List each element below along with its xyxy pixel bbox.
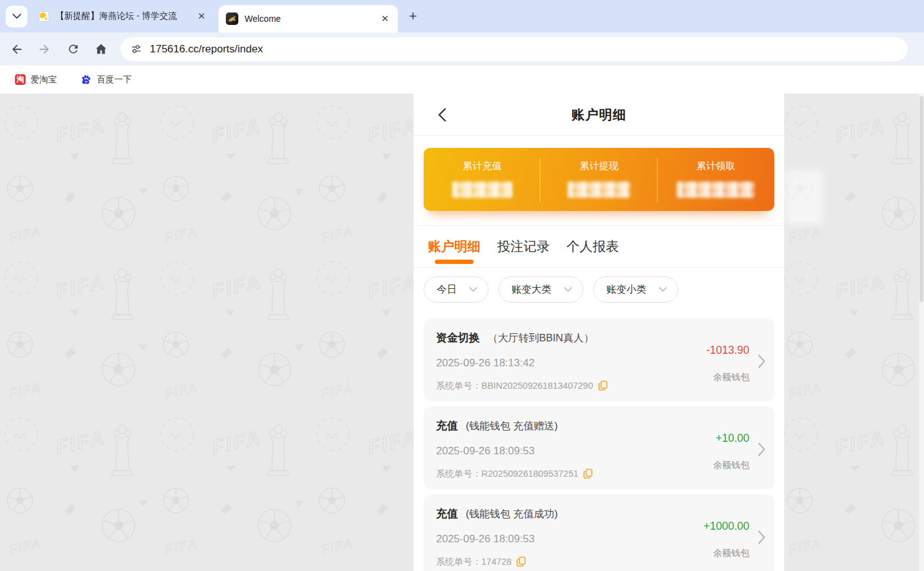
tab-close-icon[interactable]: ✕	[379, 13, 391, 24]
transaction-amount: -1013.90	[667, 343, 749, 358]
bookmark-label: 爱淘宝	[31, 74, 57, 85]
browser-toolbar: 175616.cc/reports/index	[0, 32, 924, 66]
arrow-right-icon	[37, 42, 51, 56]
transaction-row[interactable]: 资金切换 （大厅转到BBIN真人） 2025-09-26 18:13:42 系统…	[424, 318, 774, 401]
url-text[interactable]: 175616.cc/reports/index	[150, 43, 263, 56]
summary-label: 累计充值	[424, 159, 540, 173]
arrow-left-icon	[10, 42, 24, 56]
reload-button[interactable]	[62, 39, 84, 60]
tab-account-detail[interactable]: 账户明细	[428, 226, 480, 267]
chevron-down-icon	[659, 287, 667, 292]
transaction-info: 资金切换 （大厅转到BBIN真人） 2025-09-26 18:13:42 系统…	[436, 330, 667, 401]
bookmark-baidu[interactable]: du 百度一下	[75, 72, 137, 88]
transaction-datetime: 2025-09-26 18:13:42	[436, 356, 667, 371]
transaction-amount-block: +1000.00 余额钱包	[667, 506, 749, 571]
taobao-icon: 淘	[15, 74, 26, 85]
chevron-right-icon	[758, 530, 766, 544]
chevron-down-icon	[564, 287, 572, 292]
url-bar[interactable]: 175616.cc/reports/index	[120, 37, 908, 61]
masked-value	[568, 182, 630, 198]
order-number: 174728	[482, 555, 512, 568]
transaction-amount: +10.00	[667, 431, 749, 446]
masked-value	[677, 182, 754, 198]
tab-close-icon[interactable]: ✕	[196, 11, 207, 22]
chevron-right-icon	[758, 354, 766, 368]
home-button[interactable]	[90, 39, 112, 60]
masked-value	[452, 182, 512, 198]
welcome-favicon-icon	[226, 12, 238, 25]
transaction-info: 充值 (钱能钱包 充值成功) 2025-09-26 18:09:53 系统单号：…	[436, 506, 667, 571]
wallet-label: 余额钱包	[667, 371, 749, 383]
report-tabs: 账户明细 投注记录 个人报表	[414, 226, 784, 268]
browser-window: 【新提醒】海燕论坛 - 博学交流 ✕ Welcome ✕ +	[0, 0, 924, 571]
transaction-datetime: 2025-09-26 18:09:53	[436, 532, 667, 547]
filter-minor-category-dropdown[interactable]: 账变小类	[593, 276, 678, 303]
row-chevron[interactable]	[749, 330, 766, 401]
copy-icon[interactable]	[598, 381, 608, 391]
baidu-paw-icon: du	[80, 74, 92, 85]
new-tab-button[interactable]: +	[404, 7, 422, 25]
order-label: 系统单号：	[436, 555, 482, 568]
order-label: 系统单号：	[436, 379, 482, 392]
bookmark-label: 百度一下	[97, 74, 132, 85]
copy-icon[interactable]	[583, 469, 593, 479]
tab-strip: 【新提醒】海燕论坛 - 博学交流 ✕ Welcome ✕ +	[0, 0, 924, 32]
filter-date-dropdown[interactable]: 今日	[424, 276, 489, 303]
chevron-left-icon	[438, 108, 446, 122]
summary-card: 累计充值 累计提现 累计领取	[424, 148, 774, 211]
transaction-type: 充值	[436, 419, 458, 432]
filter-major-category-dropdown[interactable]: 账变大类	[498, 276, 583, 303]
page-header: 账户明细	[414, 94, 784, 136]
page-scrollbar[interactable]	[919, 94, 924, 571]
transaction-datetime: 2025-09-26 18:09:53	[436, 444, 667, 459]
web-page: FIFA	[0, 94, 924, 571]
transaction-type: 充值	[436, 507, 458, 520]
transaction-row[interactable]: 充值 (钱能钱包 充值成功) 2025-09-26 18:09:53 系统单号：…	[424, 494, 774, 571]
transaction-note: （大厅转到BBIN真人）	[487, 332, 594, 343]
back-button[interactable]	[431, 94, 452, 136]
tab-title: Welcome	[245, 14, 379, 24]
chevron-down-icon	[12, 14, 21, 19]
scrollbar-thumb[interactable]	[920, 96, 923, 302]
forward-button[interactable]	[34, 39, 55, 60]
summary-col-claim: 累计领取	[658, 148, 774, 211]
tab-forum[interactable]: 【新提醒】海燕论坛 - 博学交流 ✕	[32, 0, 213, 32]
tab-welcome[interactable]: Welcome ✕	[218, 5, 398, 32]
site-settings-icon[interactable]	[130, 43, 142, 55]
transaction-note: (钱能钱包 充值赠送)	[465, 420, 558, 431]
copy-icon[interactable]	[517, 557, 526, 567]
filter-label: 账变大类	[512, 283, 552, 296]
tab-personal-report[interactable]: 个人报表	[567, 226, 619, 267]
transaction-list: 资金切换 （大厅转到BBIN真人） 2025-09-26 18:13:42 系统…	[414, 318, 784, 571]
filter-label: 账变小类	[606, 283, 646, 296]
blurred-overlay-artifact	[785, 170, 824, 225]
filter-label: 今日	[437, 283, 457, 296]
transaction-amount: +1000.00	[667, 519, 749, 534]
bookmark-aitaobao[interactable]: 淘 爱淘宝	[10, 72, 62, 88]
svg-text:du: du	[85, 79, 88, 82]
row-chevron[interactable]	[749, 506, 766, 571]
forum-favicon-icon	[39, 11, 49, 22]
transaction-amount-block: +10.00 余额钱包	[667, 418, 749, 489]
transaction-type: 资金切换	[436, 331, 480, 344]
transaction-amount-block: -1013.90 余额钱包	[667, 330, 749, 401]
row-chevron[interactable]	[749, 418, 766, 489]
order-label: 系统单号：	[436, 467, 482, 480]
summary-section: 累计充值 累计提现 累计领取	[414, 136, 784, 226]
tab-title: 【新提醒】海燕论坛 - 博学交流	[56, 11, 196, 22]
summary-col-withdraw: 累计提现	[540, 148, 657, 211]
chevron-down-icon	[469, 287, 477, 292]
account-detail-panel: 账户明细 累计充值 累计提现 累计领取	[414, 94, 784, 571]
bookmarks-bar: 淘 爱淘宝 du 百度一下	[0, 66, 924, 94]
tab-bet-records[interactable]: 投注记录	[497, 226, 550, 267]
summary-label: 累计提现	[540, 159, 657, 173]
home-icon	[94, 42, 108, 56]
back-button[interactable]	[6, 39, 27, 60]
wallet-label: 余额钱包	[667, 547, 749, 559]
order-number: BBIN202509261813407290	[482, 379, 593, 392]
tab-search-button[interactable]	[6, 6, 27, 27]
transaction-info: 充值 (钱能钱包 充值赠送) 2025-09-26 18:09:53 系统单号：…	[436, 418, 667, 489]
order-number: R202509261809537251	[482, 467, 579, 480]
transaction-row[interactable]: 充值 (钱能钱包 充值赠送) 2025-09-26 18:09:53 系统单号：…	[424, 406, 774, 489]
reload-icon	[67, 42, 80, 56]
